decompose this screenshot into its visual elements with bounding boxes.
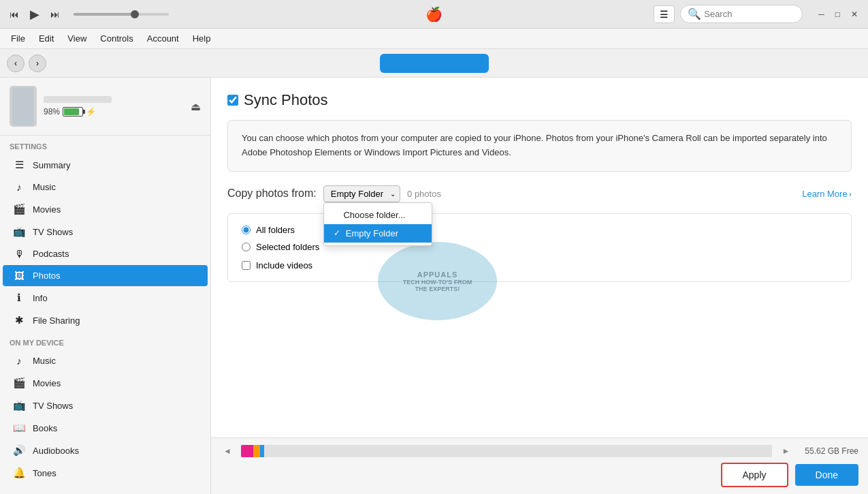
dropdown-option-empty-label: Empty Folder (346, 228, 398, 238)
sidebar-item-tv-shows2[interactable]: 📺 TV Shows (3, 395, 208, 416)
menu-view[interactable]: View (62, 31, 92, 46)
tv-shows2-icon: 📺 (12, 399, 26, 412)
include-videos-checkbox[interactable] (242, 261, 251, 270)
dropdown-wrap: Empty Folder ⌄ Choose folder... ✓ Empty … (323, 185, 400, 202)
content-area: Sync Photos You can choose which photos … (211, 78, 868, 437)
dropdown-option-choose[interactable]: Choose folder... (324, 206, 432, 224)
sidebar-label-audiobooks: Audiobooks (33, 446, 79, 456)
menu-account[interactable]: Account (142, 31, 184, 46)
sidebar-item-summary[interactable]: ☰ Summary (3, 154, 208, 176)
sidebar-label-movies2: Movies (33, 378, 61, 388)
rewind-button[interactable]: ⏮ (7, 6, 22, 22)
file-sharing-icon: ✱ (12, 314, 26, 326)
storage-seg-photos (241, 445, 253, 457)
info-icon: ℹ (12, 292, 26, 304)
menu-help[interactable]: Help (187, 31, 216, 46)
sidebar-item-file-sharing[interactable]: ✱ File Sharing (3, 309, 208, 331)
fast-forward-button[interactable]: ⏭ (48, 6, 63, 22)
dropdown-menu: Choose folder... ✓ Empty Folder (323, 202, 432, 246)
minimize-button[interactable]: ─ (815, 8, 828, 20)
sidebar-label-tones: Tones (33, 468, 57, 478)
sidebar-item-info[interactable]: ℹ Info (3, 287, 208, 309)
sidebar-item-tv-shows[interactable]: 📺 TV Shows (3, 221, 208, 243)
battery-bar (63, 107, 83, 117)
menu-controls[interactable]: Controls (95, 31, 138, 46)
close-button[interactable]: ✕ (848, 8, 861, 20)
sidebar-label-summary: Summary (33, 160, 71, 170)
all-folders-radio[interactable] (242, 226, 251, 234)
window-controls: ─ □ ✕ (815, 8, 861, 20)
search-input[interactable] (704, 9, 799, 19)
include-videos-label: Include videos (256, 260, 312, 271)
storage-seg-other (260, 445, 264, 457)
done-button[interactable]: Done (795, 464, 858, 486)
sidebar-label-photos: Photos (33, 271, 60, 281)
sidebar-item-audiobooks[interactable]: 🔊 Audiobooks (3, 439, 208, 461)
sidebar: 98% ⚡ ⏏ Settings ☰ Summary ♪ Music 🎬 Mov… (0, 78, 211, 494)
sidebar-item-podcasts[interactable]: 🎙 Podcasts (3, 243, 208, 264)
info-box: You can choose which photos from your co… (227, 120, 852, 172)
scroll-left-arrow[interactable]: ◄ (221, 446, 234, 456)
dropdown-option-empty[interactable]: ✓ Empty Folder (324, 224, 432, 243)
forward-button[interactable]: › (29, 55, 46, 72)
search-icon: 🔍 (688, 7, 701, 20)
sidebar-item-music2[interactable]: ♪ Music (3, 350, 208, 371)
copy-from-dropdown[interactable]: Empty Folder ⌄ (323, 185, 400, 202)
device-name (44, 96, 112, 103)
battery-fill (64, 108, 79, 115)
scroll-right-arrow[interactable]: ► (779, 446, 792, 456)
sidebar-item-movies[interactable]: 🎬 Movies (3, 198, 208, 220)
apply-button[interactable]: Apply (721, 463, 788, 487)
device-icon (10, 86, 37, 127)
sidebar-item-music[interactable]: ♪ Music (3, 176, 208, 198)
storage-seg-apps (253, 445, 260, 457)
dropdown-arrow-icon: ⌄ (390, 190, 396, 198)
sidebar-item-photos[interactable]: 🖼 Photos (3, 265, 208, 286)
on-my-device-label: On My Device (0, 332, 210, 350)
apple-logo: 🍎 (425, 6, 443, 22)
music-icon: ♪ (12, 181, 26, 193)
sync-photos-checkbox[interactable] (227, 95, 238, 106)
play-button[interactable]: ▶ (27, 4, 42, 25)
menu-edit[interactable]: Edit (33, 31, 59, 46)
sidebar-label-books: Books (33, 423, 57, 433)
sidebar-label-music2: Music (33, 356, 56, 366)
sidebar-item-books[interactable]: 📖 Books (3, 417, 208, 439)
books-icon: 📖 (12, 422, 26, 434)
back-button[interactable]: ‹ (7, 55, 25, 72)
check-spacer (334, 210, 338, 219)
check-icon: ✓ (334, 228, 340, 238)
photos-icon: 🖼 (12, 270, 26, 281)
free-space-label: 55.62 GB Free (805, 446, 858, 456)
device-info: 98% ⚡ (44, 96, 184, 117)
playback-controls: ⏮ ▶ ⏭ (7, 4, 169, 25)
folder-options-box: All folders Selected folders Include vid… (227, 213, 852, 282)
menu-file[interactable]: File (5, 31, 31, 46)
device-sync-button[interactable] (380, 54, 489, 73)
sidebar-label-file-sharing: File Sharing (33, 315, 80, 326)
dropdown-value: Empty Folder (331, 189, 383, 199)
progress-bar[interactable] (74, 13, 169, 16)
learn-more-link[interactable]: Learn More › (802, 189, 852, 199)
sidebar-label-movies: Movies (33, 204, 61, 215)
sidebar-label-tv-shows2: TV Shows (33, 401, 73, 411)
bottom-actions: Apply Done (221, 463, 858, 487)
eject-button[interactable]: ⏏ (191, 100, 201, 113)
sidebar-label-tv-shows: TV Shows (33, 227, 73, 237)
maximize-button[interactable]: □ (832, 8, 843, 20)
sidebar-label-info: Info (33, 293, 48, 303)
main-layout: 98% ⚡ ⏏ Settings ☰ Summary ♪ Music 🎬 Mov… (0, 78, 868, 494)
selected-folders-radio[interactable] (242, 243, 251, 251)
sidebar-label-music: Music (33, 182, 56, 192)
dropdown-option-choose-label: Choose folder... (343, 210, 405, 220)
tones-icon: 🔔 (12, 467, 26, 479)
sidebar-item-movies2[interactable]: 🎬 Movies (3, 372, 208, 394)
menu-icon-button[interactable]: ☰ (654, 5, 675, 23)
menu-bar: File Edit View Controls Account Help (0, 29, 868, 49)
lightning-icon: ⚡ (86, 107, 96, 117)
title-right: ☰ 🔍 ─ □ ✕ (654, 5, 861, 23)
podcasts-icon: 🎙 (12, 248, 26, 260)
copy-from-label: Copy photos from: (227, 187, 317, 200)
sidebar-item-tones[interactable]: 🔔 Tones (3, 462, 208, 484)
watermark-line3: THE EXPERTS! (415, 285, 460, 292)
